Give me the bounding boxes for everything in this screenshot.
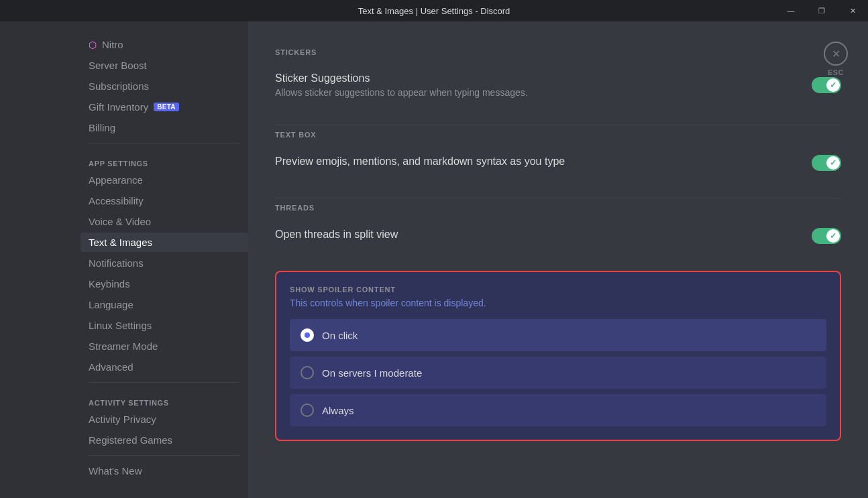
sidebar-item-streamer-mode[interactable]: Streamer Mode (80, 336, 248, 356)
radio-on-click[interactable]: On click (290, 319, 826, 351)
window-controls: — ❐ ✕ (775, 0, 868, 21)
sidebar-item-label: Appearance (89, 174, 143, 186)
toggle-check-icon-2: ✓ (830, 158, 836, 168)
sticker-suggestions-title: Sticker Suggestions (275, 72, 528, 84)
sticker-suggestions-text: Sticker Suggestions Allows sticker sugge… (275, 72, 528, 98)
divider-1 (275, 125, 841, 125)
sticker-suggestions-toggle[interactable]: ✓ (812, 77, 841, 93)
minimize-button[interactable]: — (775, 0, 806, 21)
sidebar-item-label: Keybinds (89, 278, 130, 290)
sidebar-item-accessibility[interactable]: Accessibility (80, 191, 248, 210)
sidebar-divider-3 (89, 455, 240, 456)
preview-emojis-text: Preview emojis, mentions, and markdown s… (275, 155, 565, 170)
esc-button[interactable]: ✕ ESC (824, 42, 848, 76)
spoiler-section-label: SHOW SPOILER CONTENT (290, 286, 826, 294)
nitro-icon: ⬡ (89, 40, 97, 50)
sidebar-item-voice-video[interactable]: Voice & Video (80, 212, 248, 231)
preview-emojis-title: Preview emojis, mentions, and markdown s… (275, 155, 565, 168)
beta-badge: BETA (154, 103, 179, 111)
sidebar-item-activity-privacy[interactable]: Activity Privacy (80, 410, 248, 429)
toggle-knob-3: ✓ (826, 229, 840, 243)
sticker-suggestions-row: Sticker Suggestions Allows sticker sugge… (275, 64, 841, 106)
sidebar-item-label: Text & Images (89, 237, 152, 248)
sidebar-item-label: What's New (89, 465, 142, 477)
divider-2 (275, 198, 841, 198)
radio-label-servers: On servers I moderate (322, 367, 422, 379)
radio-circle-servers (301, 366, 314, 379)
toggle-check-icon-3: ✓ (830, 231, 836, 241)
main-layout: ⬡ Nitro Server Boost Subscriptions Gift … (0, 21, 868, 498)
radio-label-on-click: On click (322, 330, 358, 341)
sticker-suggestions-description: Allows sticker suggestions to appear whe… (275, 87, 528, 98)
sidebar-divider-2 (89, 382, 240, 383)
app-settings-label: APP SETTINGS (80, 149, 248, 170)
sidebar-item-keybinds[interactable]: Keybinds (80, 274, 248, 294)
sidebar-item-whats-new[interactable]: What's New (80, 461, 248, 481)
window-title: Text & Images | User Settings - Discord (358, 6, 510, 16)
spoiler-section: SHOW SPOILER CONTENT This controls when … (275, 271, 841, 441)
sidebar-item-appearance[interactable]: Appearance (80, 170, 248, 190)
sidebar-item-label: Notifications (89, 257, 144, 269)
sidebar-item-label: Subscriptions (89, 80, 149, 92)
stickers-section-label: STICKERS (275, 48, 841, 56)
sidebar-item-label: Registered Games (89, 434, 172, 446)
open-threads-text: Open threads in split view (275, 229, 398, 243)
sidebar-item-label: Language (89, 299, 133, 310)
sidebar-item-label: Activity Privacy (89, 414, 156, 425)
radio-inner-on-click (305, 332, 310, 338)
radio-circle-on-click (301, 328, 314, 342)
maximize-button[interactable]: ❐ (806, 0, 837, 21)
sidebar-item-nitro[interactable]: ⬡ Nitro (80, 35, 248, 54)
sidebar-item-label: Nitro (102, 39, 123, 50)
sidebar-item-gift-inventory[interactable]: Gift Inventory BETA (80, 97, 248, 117)
open-threads-title: Open threads in split view (275, 229, 398, 241)
open-threads-row: Open threads in split view ✓ (275, 220, 841, 252)
stickers-section: STICKERS Sticker Suggestions Allows stic… (275, 48, 841, 106)
sidebar-item-server-boost[interactable]: Server Boost (80, 56, 248, 75)
esc-label: ESC (828, 68, 844, 76)
title-bar: Text & Images | User Settings - Discord … (0, 0, 868, 21)
sidebar-item-label: Voice & Video (89, 216, 151, 227)
sidebar-item-label: Linux Settings (89, 320, 152, 331)
sidebar-divider (89, 143, 240, 143)
sidebar-item-label: Billing (89, 122, 115, 133)
sidebar-item-text-images[interactable]: Text & Images (80, 233, 248, 252)
open-threads-toggle[interactable]: ✓ (812, 228, 841, 244)
sidebar-item-notifications[interactable]: Notifications (80, 253, 248, 273)
sidebar-item-label: Advanced (89, 361, 133, 373)
sidebar-item-label: Accessibility (89, 195, 144, 206)
preview-emojis-row: Preview emojis, mentions, and markdown s… (275, 147, 841, 179)
spoiler-description: This controls when spoiler content is di… (290, 298, 826, 308)
close-button[interactable]: ✕ (837, 0, 868, 21)
radio-always[interactable]: Always (290, 394, 826, 426)
threads-section-label: THREADS (275, 204, 841, 212)
sidebar-item-subscriptions[interactable]: Subscriptions (80, 76, 248, 96)
toggle-knob-2: ✓ (826, 156, 840, 170)
sidebar-item-linux-settings[interactable]: Linux Settings (80, 316, 248, 335)
sidebar-item-label: Streamer Mode (89, 340, 158, 352)
textbox-section: TEXT BOX Preview emojis, mentions, and m… (275, 131, 841, 179)
sidebar-item-registered-games[interactable]: Registered Games (80, 430, 248, 450)
textbox-section-label: TEXT BOX (275, 131, 841, 139)
sidebar: ⬡ Nitro Server Boost Subscriptions Gift … (0, 21, 248, 498)
toggle-knob: ✓ (826, 78, 840, 92)
sidebar-item-label: Server Boost (89, 60, 147, 71)
sidebar-item-language[interactable]: Language (80, 295, 248, 314)
preview-emojis-toggle[interactable]: ✓ (812, 155, 841, 171)
esc-circle-icon: ✕ (824, 42, 848, 66)
radio-circle-always (301, 403, 314, 417)
radio-on-servers-moderate[interactable]: On servers I moderate (290, 357, 826, 389)
threads-section: THREADS Open threads in split view ✓ (275, 204, 841, 252)
content-area: ✕ ESC STICKERS Sticker Suggestions Allow… (248, 21, 868, 498)
radio-label-always: Always (322, 405, 354, 416)
sidebar-item-advanced[interactable]: Advanced (80, 357, 248, 377)
sidebar-item-billing[interactable]: Billing (80, 118, 248, 137)
activity-settings-label: ACTIVITY SETTINGS (80, 388, 248, 410)
sidebar-item-label: Gift Inventory (89, 101, 148, 113)
toggle-check-icon: ✓ (830, 80, 836, 90)
